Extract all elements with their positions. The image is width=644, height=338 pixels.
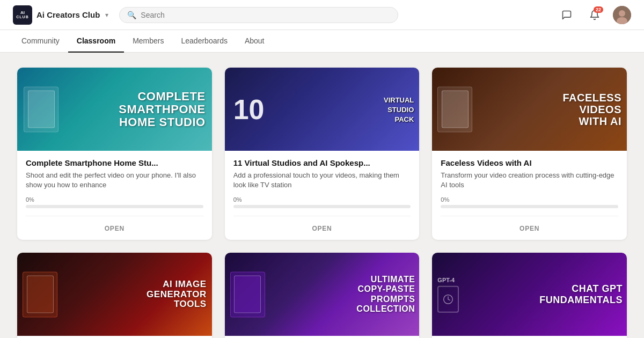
course-thumbnail-5: ULTIMATECOPY-PASTEPROMPTSCOLLECTION — [225, 253, 420, 336]
brand-logo: AI CLUB — [13, 5, 32, 25]
search-icon: 🔍 — [127, 11, 136, 19]
progress-1: 0% — [26, 196, 203, 208]
notification-badge: 22 — [594, 6, 603, 13]
course-title-3: Faceless Videos with AI — [441, 158, 618, 167]
avatar[interactable] — [613, 6, 631, 24]
course-card-1: COMPLETESMARTHPONEHOME STUDIO Complete S… — [17, 68, 212, 240]
course-title-1: Complete Smartphone Home Stu... — [26, 158, 203, 167]
course-title-2: 11 Virtual Studios and AI Spokesp... — [233, 158, 411, 167]
course-card-3: FACELESSVIDEOSWITH AI Faceless Videos wi… — [432, 68, 627, 240]
thumb-box-4 — [23, 271, 57, 317]
progress-2: 0% — [233, 196, 411, 208]
nav-tabs: Community Classroom Members Leaderboards… — [0, 30, 644, 53]
tab-leaderboards[interactable]: Leaderboards — [173, 30, 236, 53]
progress-bar-bg-3 — [441, 205, 618, 208]
progress-label-2: 0% — [233, 196, 411, 203]
course-body-4: AI Image Generation Essentials Discover … — [17, 336, 212, 338]
progress-3: 0% — [441, 196, 618, 208]
course-thumbnail-2: 10 VIRTUALSTUDIOPACK — [225, 68, 420, 151]
progress-label-1: 0% — [26, 196, 203, 203]
course-desc-1: Shoot and edit the perfect video on your… — [26, 171, 203, 190]
notification-button[interactable]: 22 — [585, 5, 604, 25]
open-button-3[interactable]: OPEN — [441, 222, 618, 236]
thumb-text-2: VIRTUALSTUDIOPACK — [384, 95, 414, 124]
thumb-text-6: CHAT GPTFUNDAMENTALS — [539, 283, 623, 305]
thumb-text-4: AI IMAGEGENERATORTOOLS — [147, 280, 207, 310]
course-body-2: 11 Virtual Studios and AI Spokesp... Add… — [225, 151, 420, 240]
tab-classroom[interactable]: Classroom — [68, 30, 124, 53]
open-button-1[interactable]: OPEN — [26, 222, 203, 236]
course-desc-2: Add a professional touch to your videos,… — [233, 171, 411, 190]
course-body-6: Chat GPT Fundamentals This is a comprehe… — [432, 336, 627, 338]
course-body-1: Complete Smartphone Home Stu... Shoot an… — [17, 151, 212, 240]
thumb-box-5 — [230, 271, 265, 317]
search-input[interactable] — [141, 11, 390, 19]
thumb-text-3: FACELESSVIDEOSWITH AI — [562, 92, 621, 127]
course-body-5: Ultimate Collection Prompts for C... You… — [225, 336, 420, 338]
thumb-text-5: ULTIMATECOPY-PASTEPROMPTSCOLLECTION — [356, 275, 415, 314]
thumb-box-1 — [24, 86, 58, 132]
course-thumbnail-3: FACELESSVIDEOSWITH AI — [432, 68, 627, 151]
thumb-text-1: COMPLETESMARTHPONEHOME STUDIO — [119, 90, 205, 129]
course-thumbnail-6: GPT-4 CHAT GPTFUNDAMENTALS — [432, 253, 627, 336]
chat-button[interactable] — [557, 5, 576, 25]
progress-bar-bg-2 — [233, 205, 411, 208]
tab-community[interactable]: Community — [13, 30, 68, 53]
brand-name: Ai Creators Club — [36, 10, 100, 19]
search-bar[interactable]: 🔍 — [119, 7, 398, 23]
course-thumbnail-1: COMPLETESMARTHPONEHOME STUDIO — [17, 68, 212, 151]
progress-label-3: 0% — [441, 196, 618, 203]
course-thumbnail-4: AI IMAGEGENERATORTOOLS — [17, 253, 212, 336]
tab-about[interactable]: About — [236, 30, 273, 53]
chevron-down-icon: ▾ — [105, 11, 108, 19]
main-content: COMPLETESMARTHPONEHOME STUDIO Complete S… — [0, 53, 644, 338]
progress-bar-bg-1 — [26, 205, 203, 208]
open-button-2[interactable]: OPEN — [233, 222, 411, 236]
course-card-2: 10 VIRTUALSTUDIOPACK 11 Virtual Studios … — [225, 68, 420, 240]
svg-point-1 — [619, 10, 625, 17]
header: AI CLUB Ai Creators Club ▾ 🔍 22 — [0, 0, 644, 30]
thumb-box-3 — [437, 86, 472, 132]
thumb-label-6: GPT-4 — [437, 276, 459, 313]
courses-grid: COMPLETESMARTHPONEHOME STUDIO Complete S… — [17, 68, 627, 338]
tab-members[interactable]: Members — [124, 30, 172, 53]
thumb-number-2: 10 — [233, 95, 265, 123]
course-card-5: ULTIMATECOPY-PASTEPROMPTSCOLLECTION Ulti… — [225, 253, 420, 338]
brand[interactable]: AI CLUB Ai Creators Club ▾ — [13, 5, 108, 25]
course-desc-3: Transform your video creation process wi… — [441, 171, 618, 190]
course-card-4: AI IMAGEGENERATORTOOLS AI Image Generati… — [17, 253, 212, 338]
course-card-6: GPT-4 CHAT GPTFUNDAMENTALS Chat GPT Fund… — [432, 253, 627, 338]
header-actions: 22 — [557, 5, 631, 25]
course-body-3: Faceless Videos with AI Transform your v… — [432, 151, 627, 240]
